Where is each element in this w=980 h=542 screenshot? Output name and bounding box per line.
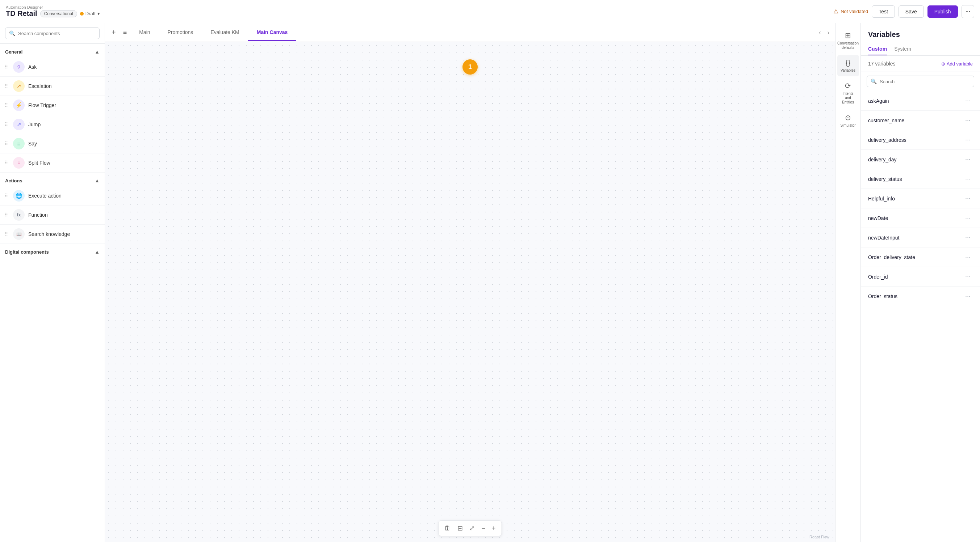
var-more-delivery-day[interactable]: ··· (963, 155, 973, 164)
tab-nav-buttons: ‹ › (816, 27, 832, 38)
var-search-input[interactable] (880, 79, 970, 84)
draft-selector[interactable]: Draft ▾ (80, 11, 100, 16)
var-more-delivery-address[interactable]: ··· (963, 135, 973, 144)
digital-collapse-btn[interactable]: ▲ (94, 249, 100, 255)
list-item: Order_status ··· (861, 287, 980, 306)
app-name: Automation Designer (6, 5, 100, 10)
tab-main[interactable]: Main (130, 24, 159, 41)
main-canvas[interactable]: 1 🗓 ⊟ ⤢ − + React Flow (105, 42, 835, 542)
digital-components-section-header: Digital components ▲ (0, 244, 105, 258)
list-item: newDateInput ··· (861, 228, 980, 247)
variables-count: 17 variables (868, 61, 896, 67)
jump-icon: ↗ (13, 119, 25, 130)
var-more-customer-name[interactable]: ··· (963, 116, 973, 125)
drag-handle-ask: ⠿ (3, 64, 10, 70)
search-wrapper[interactable]: 🔍 (5, 27, 100, 39)
say-label: Say (28, 141, 37, 147)
component-item-function[interactable]: ⠿ fx Function (0, 206, 105, 225)
var-more-order-id[interactable]: ··· (963, 272, 973, 281)
intents-entities-icon: ⟳ (845, 81, 851, 90)
tab-promotions[interactable]: Promotions (159, 24, 202, 41)
more-options-button[interactable]: ··· (961, 5, 974, 18)
tab-evaluate-km[interactable]: Evaluate KM (202, 24, 248, 41)
flow-trigger-icon: ⚡ (13, 100, 25, 111)
variables-meta: 17 variables ⊕ Add variable (861, 56, 980, 72)
tab-custom[interactable]: Custom (868, 43, 887, 55)
intents-entities-label: Intents and Entities (840, 92, 857, 105)
var-more-helpful-info[interactable]: ··· (963, 194, 973, 203)
execute-action-label: Execute action (28, 193, 62, 199)
sidebar-item-simulator[interactable]: ⊙ Simulator (837, 109, 859, 132)
var-more-newDateInput[interactable]: ··· (963, 233, 973, 242)
react-flow-label: React Flow (810, 535, 829, 539)
var-more-askAgain[interactable]: ··· (963, 96, 973, 105)
list-item: askAgain ··· (861, 91, 980, 111)
left-sidebar: 🔍 General ▲ ⠿ ? Ask ⠿ ↗ Escalation ⠿ ⚡ F… (0, 23, 105, 542)
add-variable-button[interactable]: ⊕ Add variable (941, 61, 973, 67)
sidebar-item-variables[interactable]: {} Variables (837, 55, 859, 76)
list-item: newDate ··· (861, 208, 980, 228)
tab-system[interactable]: System (894, 43, 911, 55)
right-icon-panel: ⊞ Conversation defaults {} Variables ⟳ I… (835, 23, 861, 542)
list-item: delivery_day ··· (861, 150, 980, 170)
var-search-wrapper[interactable]: 🔍 (867, 76, 974, 87)
canvas-zoom-in-button[interactable]: + (490, 523, 498, 534)
test-button[interactable]: Test (872, 5, 895, 18)
canvas-zoom-out-button[interactable]: − (479, 523, 487, 534)
canvas-layout-button[interactable]: ⊟ (455, 523, 465, 534)
var-name-customer-name: customer_name (868, 117, 904, 124)
digital-components-label: Digital components (5, 249, 49, 255)
save-button[interactable]: Save (899, 5, 924, 18)
component-item-flow-trigger[interactable]: ⠿ ⚡ Flow Trigger (0, 96, 105, 115)
actions-label: Actions (5, 178, 22, 184)
actions-collapse-btn[interactable]: ▲ (94, 177, 100, 184)
header-actions: ⚠ Not validated Test Save Publish ··· (833, 5, 974, 18)
var-more-newDate[interactable]: ··· (963, 214, 973, 222)
validation-status: ⚠ Not validated (833, 8, 868, 15)
ask-icon: ? (13, 61, 25, 73)
step-badge: 1 (463, 59, 478, 74)
var-more-order-status[interactable]: ··· (963, 292, 973, 301)
component-item-execute-action[interactable]: ⠿ 🌐 Execute action (0, 186, 105, 206)
component-item-jump[interactable]: ⠿ ↗ Jump (0, 115, 105, 134)
list-item: Helpful_info ··· (861, 189, 980, 208)
sidebar-item-intents-entities[interactable]: ⟳ Intents and Entities (837, 78, 859, 108)
drag-handle-function: ⠿ (3, 212, 10, 218)
variables-panel-title: Variables (861, 23, 980, 39)
component-item-search-knowledge[interactable]: ⠿ 📖 Search knowledge (0, 225, 105, 244)
function-icon: fx (13, 209, 25, 221)
variables-icon: {} (846, 59, 850, 67)
add-tab-button[interactable]: + (108, 25, 119, 40)
tab-next-button[interactable]: › (825, 27, 832, 38)
add-variable-plus-icon: ⊕ (941, 61, 945, 67)
list-tabs-button[interactable]: ≡ (119, 26, 131, 39)
drag-handle-flow-trigger: ⠿ (3, 102, 10, 108)
tab-main-canvas[interactable]: Main Canvas (248, 24, 297, 41)
variables-list: askAgain ··· customer_name ··· delivery_… (861, 91, 980, 542)
not-validated-label: Not validated (840, 9, 868, 14)
var-more-delivery-status[interactable]: ··· (963, 174, 973, 184)
component-item-say[interactable]: ⠿ ≡ Say (0, 134, 105, 154)
component-item-ask[interactable]: ⠿ ? Ask (0, 57, 105, 77)
tabs-bar: + ≡ Main Promotions Evaluate KM Main Can… (105, 23, 835, 42)
tab-prev-button[interactable]: ‹ (816, 27, 824, 38)
sidebar-item-conversation-defaults[interactable]: ⊞ Conversation defaults (837, 27, 859, 54)
search-input[interactable] (18, 31, 95, 36)
canvas-fit-button[interactable]: ⤢ (467, 523, 477, 534)
header-title: TD Retail (6, 10, 37, 18)
var-more-order-delivery-state[interactable]: ··· (963, 252, 973, 261)
escalation-label: Escalation (28, 83, 52, 89)
var-name-order-delivery-state: Order_delivery_state (868, 254, 915, 260)
split-flow-label: Split Flow (28, 160, 50, 166)
var-name-newDate: newDate (868, 215, 888, 221)
publish-button[interactable]: Publish (928, 5, 958, 18)
canvas-calendar-button[interactable]: 🗓 (442, 523, 453, 534)
component-item-split-flow[interactable]: ⠿ ⑂ Split Flow (0, 154, 105, 173)
add-variable-label: Add variable (947, 61, 973, 67)
variables-title: Variables (868, 30, 900, 38)
general-collapse-btn[interactable]: ▲ (94, 49, 100, 55)
var-name-helpful-info: Helpful_info (868, 196, 895, 201)
component-item-escalation[interactable]: ⠿ ↗ Escalation (0, 77, 105, 96)
escalation-icon: ↗ (13, 80, 25, 92)
var-name-order-id: Order_id (868, 274, 888, 280)
